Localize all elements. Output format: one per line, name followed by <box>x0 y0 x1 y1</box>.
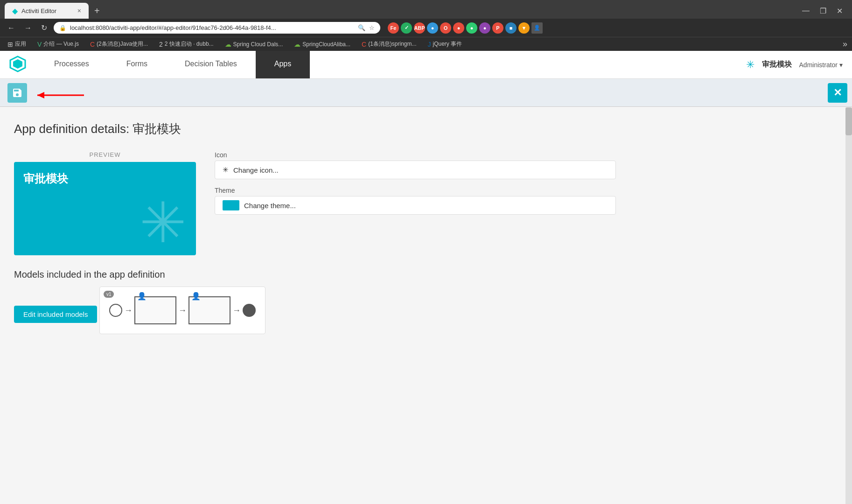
settings-section: Icon ✳ Change icon... Theme Change theme… <box>215 151 838 215</box>
dubbo-icon: 2 <box>159 41 163 48</box>
save-button[interactable] <box>7 83 27 103</box>
ext-check[interactable]: ✓ <box>401 22 412 34</box>
csdn2-icon: C <box>362 41 366 48</box>
flow-task-2: 👤 <box>189 296 230 324</box>
bookmark-jquery-label: jQuery 事件 <box>433 40 462 48</box>
ext-red1[interactable]: ● <box>453 22 464 34</box>
svg-marker-1 <box>13 59 22 69</box>
flow-arrow-2: → <box>178 306 187 315</box>
reload-button[interactable]: ↻ <box>38 21 50 34</box>
tab-forms[interactable]: Forms <box>108 51 166 78</box>
tab-bar: ◆ Activiti Editor × + — ❐ ✕ <box>0 0 852 19</box>
bookmark-springm-label: (1条消息)springm... <box>368 40 416 48</box>
scrollbar-thumb[interactable] <box>845 107 852 135</box>
ext-green[interactable]: ● <box>466 22 477 34</box>
alibaba-icon: ☁ <box>294 41 300 48</box>
main-content: App definition details: 审批模块 PREVIEW 审批模… <box>0 107 852 480</box>
bookmark-spring-m[interactable]: C (1条消息)springm... <box>359 39 419 49</box>
app-header: Processes Forms Decision Tables Apps ✳ 审… <box>0 51 852 79</box>
bookmarks-more-button[interactable]: » <box>843 39 847 49</box>
edit-included-models-button[interactable]: Edit included models <box>14 306 97 323</box>
vuejs-icon: V <box>37 41 42 48</box>
ext-outlook[interactable]: O <box>440 22 451 34</box>
ext-orange[interactable]: ▼ <box>518 22 530 34</box>
bookmark-alibaba-label: SpringCloudAliba... <box>302 41 350 48</box>
models-section: Models included in the app definition Ed… <box>14 269 838 334</box>
ext-purple[interactable]: ● <box>479 22 490 34</box>
user-task-icon-1: 👤 <box>137 292 147 301</box>
browser-chrome: ◆ Activiti Editor × + — ❐ ✕ ← → ↻ 🔒 loca… <box>0 0 852 51</box>
preview-app-name: 审批模块 <box>23 171 187 186</box>
icon-label: Icon <box>215 151 838 159</box>
maximize-button[interactable]: ❐ <box>815 5 831 17</box>
preview-label: PREVIEW <box>90 151 121 158</box>
bookmark-dubbo[interactable]: 2 2 快速启动 · dubb... <box>156 39 216 49</box>
address-bar-row: ← → ↻ 🔒 localhost:8080/activiti-app/edit… <box>0 19 852 37</box>
flow-arrow-1: → <box>124 306 133 315</box>
ext-avatar[interactable]: 👤 <box>531 22 543 34</box>
toolbar: ✕ <box>0 79 852 107</box>
header-app-name: 审批模块 <box>762 60 792 70</box>
new-tab-button[interactable]: + <box>91 4 104 18</box>
bookmarks-bar: ⊞ 应用 V 介绍 — Vue.js C (2条消息)Java使用... 2 2… <box>0 37 852 51</box>
tab-processes[interactable]: Processes <box>35 51 108 78</box>
red-arrow-indicator <box>33 84 89 109</box>
close-tab-button[interactable]: × <box>77 7 81 14</box>
active-tab[interactable]: ◆ Activiti Editor × <box>5 3 89 19</box>
forward-button[interactable]: → <box>21 22 35 34</box>
flow-arrow-3: → <box>232 306 241 315</box>
jquery-icon: J <box>428 41 431 48</box>
scrollbar[interactable] <box>845 107 852 504</box>
bookmark-java[interactable]: C (2条消息)Java使用... <box>87 39 151 49</box>
close-editor-button[interactable]: ✕ <box>828 83 847 103</box>
header-right: ✳ 审批模块 Administrator ▾ <box>737 59 852 71</box>
flow-start-event <box>109 304 122 317</box>
bookmark-star-icon: ☆ <box>369 24 375 31</box>
ext-blue2[interactable]: ■ <box>505 22 517 34</box>
tab-apps[interactable]: Apps <box>256 51 310 78</box>
change-theme-label: Change theme... <box>244 202 296 210</box>
theme-color-swatch <box>223 200 239 210</box>
preview-card: 审批模块 ✳ <box>14 162 196 255</box>
ext-fe[interactable]: Fe <box>388 22 399 34</box>
ext-red2[interactable]: P <box>492 22 503 34</box>
change-icon-button[interactable]: ✳ Change icon... <box>215 161 616 179</box>
ext-blue[interactable]: ● <box>427 22 438 34</box>
tab-decision-tables[interactable]: Decision Tables <box>166 51 256 78</box>
activiti-favicon: ◆ <box>12 7 18 15</box>
browser-extensions: Fe ✓ ABP ● O ● ● ● P ■ ▼ 👤 <box>388 22 543 34</box>
bookmark-alibaba[interactable]: ☁ SpringCloudAliba... <box>291 40 353 49</box>
flow-task-1: 👤 <box>134 296 176 324</box>
app-logo[interactable] <box>0 56 35 74</box>
page-title: App definition details: 审批模块 <box>14 121 838 137</box>
admin-label: Administrator <box>799 61 838 69</box>
spring-icon: ☁ <box>225 41 231 48</box>
icon-field-group: Icon ✳ Change icon... <box>215 151 838 179</box>
svg-marker-3 <box>37 92 44 98</box>
bookmark-jquery[interactable]: J jQuery 事件 <box>425 39 465 49</box>
lock-icon: 🔒 <box>59 25 66 31</box>
version-badge: v1 <box>104 291 114 298</box>
bookmark-spring-label: Spring Cloud Dals... <box>233 41 283 48</box>
diagram-flow: → 👤 → 👤 → <box>109 296 256 324</box>
ext-abp[interactable]: ABP <box>414 22 425 34</box>
bookmark-vuejs[interactable]: V 介绍 — Vue.js <box>35 39 82 49</box>
bookmark-apps[interactable]: ⊞ 应用 <box>5 39 29 49</box>
theme-field-group: Theme Change theme... <box>215 187 838 215</box>
header-snowflake-icon: ✳ <box>746 59 754 71</box>
user-task-icon-2: 👤 <box>191 292 201 301</box>
change-theme-button[interactable]: Change theme... <box>215 196 616 215</box>
back-button[interactable]: ← <box>5 22 18 34</box>
minimize-button[interactable]: — <box>797 5 814 17</box>
bookmark-spring-cloud[interactable]: ☁ Spring Cloud Dals... <box>222 40 286 49</box>
close-window-button[interactable]: ✕ <box>832 5 847 17</box>
main-nav: Processes Forms Decision Tables Apps <box>35 51 737 78</box>
save-icon <box>12 87 23 98</box>
admin-menu[interactable]: Administrator ▾ <box>799 61 843 69</box>
admin-dropdown-icon: ▾ <box>839 61 843 69</box>
address-bar[interactable]: 🔒 localhost:8080/activiti-app/editor/#/a… <box>54 22 380 34</box>
apps-grid-icon: ⊞ <box>7 41 13 48</box>
bookmark-java-label: (2条消息)Java使用... <box>97 40 148 48</box>
url-text: localhost:8080/activiti-app/editor/#/app… <box>70 24 354 31</box>
bookmark-apps-label: 应用 <box>15 40 26 48</box>
